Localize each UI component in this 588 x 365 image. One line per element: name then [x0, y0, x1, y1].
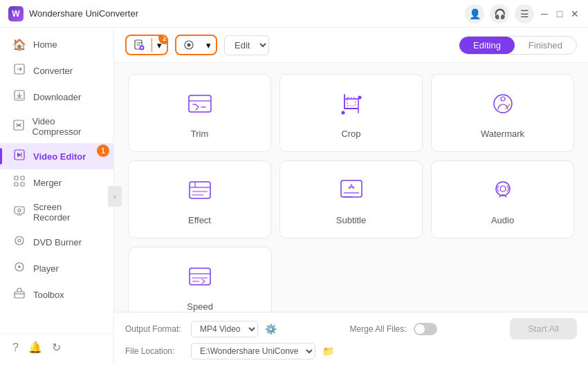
sidebar-item-converter[interactable]: Converter — [0, 57, 113, 84]
svg-point-40 — [500, 186, 506, 191]
svg-point-29 — [501, 97, 505, 101]
trim-label: Trim — [191, 129, 209, 139]
sidebar-label-compressor: Video Compressor — [33, 116, 101, 137]
menu-icon-btn[interactable]: ☰ — [515, 4, 534, 24]
add-files-button[interactable] — [127, 36, 151, 54]
effect-label: Effect — [188, 215, 211, 225]
svg-rect-30 — [190, 182, 210, 198]
app-icon: W — [8, 6, 24, 21]
sidebar-item-player[interactable]: Player — [0, 255, 113, 281]
sidebar-label-downloader: Downloader — [33, 92, 81, 102]
bottom-row-1: Output Format: MP4 Video ⚙️ Merge All Fi… — [125, 318, 577, 339]
svg-point-13 — [18, 239, 21, 242]
svg-point-28 — [494, 95, 512, 113]
card-subtitle[interactable]: Subtitle — [279, 160, 423, 238]
video-editor-icon — [12, 149, 26, 163]
tab-finished[interactable]: Finished — [515, 37, 576, 54]
close-btn[interactable]: ✕ — [570, 9, 580, 19]
crop-icon — [338, 91, 365, 122]
svg-rect-35 — [341, 180, 362, 197]
svg-rect-5 — [15, 176, 18, 180]
watermark-icon — [489, 91, 517, 122]
toolbar: ▾ 2 ▾ Edit Editing Finished — [114, 28, 588, 63]
title-bar-controls: 👤 🎧 ☰ ─ □ ✕ — [465, 4, 580, 24]
crop-label: Crop — [341, 129, 360, 139]
sidebar-item-toolbox[interactable]: Toolbox — [0, 281, 113, 308]
sidebar-item-video-compressor[interactable]: Video Compressor — [0, 110, 113, 143]
watermark-label: Watermark — [481, 129, 524, 139]
effect-icon — [186, 178, 214, 208]
grid-container: Trim Crop — [114, 63, 588, 312]
grid-row-1: Trim Crop — [128, 74, 574, 152]
speed-label: Speed — [187, 301, 213, 312]
start-all-button[interactable]: Start All — [510, 318, 577, 339]
sidebar-item-downloader[interactable]: Downloader — [0, 84, 113, 110]
svg-rect-15 — [15, 292, 24, 298]
help-icon[interactable]: ? — [12, 341, 19, 354]
sidebar-toggle[interactable]: ‹ — [108, 186, 122, 207]
sidebar-label-player: Player — [33, 263, 59, 274]
sidebar-item-merger[interactable]: Merger — [0, 169, 113, 196]
audio-icon — [489, 178, 517, 208]
refresh-icon[interactable]: ↻ — [52, 341, 61, 354]
screen-record-button[interactable] — [176, 36, 201, 54]
svg-rect-23 — [189, 95, 211, 112]
card-speed[interactable]: Speed — [128, 247, 272, 312]
sidebar-bottom: ? 🔔 ↻ — [0, 333, 113, 361]
active-marker — [0, 148, 2, 165]
screen-recorder-icon — [12, 205, 26, 219]
grid-row-2: Effect Subtitle — [128, 160, 574, 238]
card-effect[interactable]: Effect — [128, 160, 271, 238]
card-watermark[interactable]: Watermark — [431, 74, 574, 152]
sidebar-label-toolbox: Toolbox — [33, 290, 64, 300]
title-bar-left: W Wondershare UniConverter — [8, 6, 138, 21]
app-title: Wondershare UniConverter — [29, 8, 138, 19]
browse-folder-btn[interactable]: 📁 — [322, 346, 334, 357]
screen-record-dropdown-btn[interactable]: ▾ — [201, 37, 216, 54]
card-trim[interactable]: Trim — [128, 74, 271, 152]
output-format-select[interactable]: MP4 Video — [191, 321, 258, 337]
add-files-group: ▾ 2 — [125, 35, 168, 55]
card-crop[interactable]: Crop — [279, 74, 423, 152]
sidebar: 🏠 Home Converter Downloader Video Compre… — [0, 28, 114, 365]
sidebar-item-screen-recorder[interactable]: Screen Recorder — [0, 196, 113, 229]
add-file-icon — [134, 39, 145, 50]
main-content: ▾ 2 ▾ Edit Editing Finished — [114, 28, 588, 365]
svg-point-26 — [358, 96, 361, 100]
title-bar: W Wondershare UniConverter 👤 🎧 ☰ ─ □ ✕ — [0, 0, 588, 28]
sidebar-item-home[interactable]: 🏠 Home — [0, 32, 113, 57]
svg-point-12 — [15, 236, 24, 245]
maximize-btn[interactable]: □ — [555, 9, 564, 19]
bottom-bar: Output Format: MP4 Video ⚙️ Merge All Fi… — [114, 312, 588, 365]
dvd-burner-icon — [12, 235, 26, 249]
sidebar-item-dvd-burner[interactable]: DVD Burner — [0, 229, 113, 255]
downloader-icon — [12, 90, 26, 104]
minimize-btn[interactable]: ─ — [540, 9, 549, 19]
svg-rect-7 — [15, 182, 18, 186]
svg-rect-41 — [190, 268, 210, 285]
card-audio[interactable]: Audio — [431, 160, 574, 238]
file-location-select[interactable]: E:\Wondershare UniConverter — [191, 343, 315, 359]
svg-point-39 — [496, 182, 510, 196]
sidebar-label-screen-recorder: Screen Recorder — [33, 202, 101, 223]
converter-icon — [12, 64, 26, 77]
speed-icon — [186, 264, 214, 294]
user-icon-btn[interactable]: 👤 — [465, 4, 484, 24]
merger-icon — [12, 176, 26, 189]
sidebar-label-converter: Converter — [33, 66, 73, 76]
subtitle-label: Subtitle — [336, 215, 366, 225]
edit-dropdown[interactable]: Edit — [224, 35, 269, 55]
svg-rect-9 — [15, 207, 24, 214]
home-icon: 🏠 — [12, 38, 26, 51]
output-format-label: Output Format: — [125, 324, 184, 334]
headphone-icon-btn[interactable]: 🎧 — [490, 4, 509, 24]
audio-label: Audio — [491, 215, 514, 225]
output-settings-btn[interactable]: ⚙️ — [265, 324, 277, 335]
svg-rect-6 — [21, 176, 24, 180]
sidebar-item-video-editor[interactable]: Video Editor 1 — [0, 143, 113, 169]
merge-toggle[interactable] — [414, 323, 437, 335]
notification-icon[interactable]: 🔔 — [28, 341, 42, 354]
tab-editing[interactable]: Editing — [459, 37, 515, 54]
merge-label: Merge All Files: — [350, 324, 407, 334]
svg-point-22 — [187, 44, 191, 47]
